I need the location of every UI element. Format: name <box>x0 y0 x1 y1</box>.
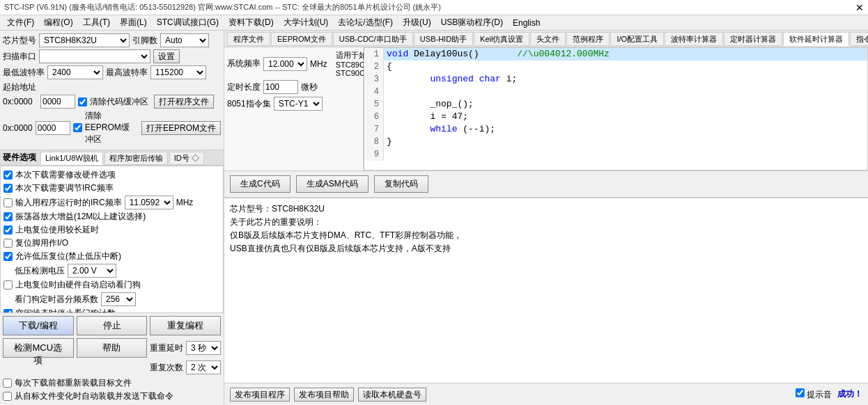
line-content-6: i = 47; <box>384 111 468 123</box>
reprogram-button[interactable]: 重复编程 <box>150 316 221 335</box>
code-line-3: 3 unsigned char i; <box>364 73 867 86</box>
reset-delay-row: 重重延时 3 秒 <box>150 341 221 355</box>
options-scroll[interactable]: 本次下载需要修改硬件选项 本次下载需要调节IRC频率 输入用程序运行时的IRC频… <box>0 166 224 312</box>
menu-usb-driver[interactable]: USB驱动程序(D) <box>437 16 507 29</box>
checkbox-adjust-irc[interactable] <box>3 184 13 193</box>
irc-freq-select[interactable]: 11.0592 <box>125 196 173 209</box>
settings-button[interactable]: 设置 <box>153 49 180 63</box>
voltage-detect-select[interactable]: 2.00 V <box>68 264 116 278</box>
scan-row: 扫描串口 设置 <box>3 49 221 63</box>
max-baud-select[interactable]: 115200 <box>150 65 206 79</box>
stop-button[interactable]: 停止 <box>77 316 148 335</box>
help-button[interactable]: 帮助 <box>77 338 148 358</box>
tab-keil[interactable]: Keil仿真设置 <box>474 32 529 46</box>
instr-row: 8051指令集 STC-Y1 <box>227 97 360 111</box>
tab-delay-calc[interactable]: 软件延时计算器 <box>783 32 849 46</box>
line-num-7: 7 <box>364 123 384 136</box>
min-baud-select[interactable]: 2400 <box>47 65 103 79</box>
hw-tab-id[interactable]: ID号 ◇ <box>169 152 204 165</box>
right-tabs: 程序文件 EEPROM文件 USB-CDC/串口助手 USB-HID助手 Kei… <box>224 31 868 47</box>
reload-checkbox[interactable] <box>3 379 12 388</box>
menu-file[interactable]: 文件(F) <box>3 16 38 29</box>
tab-usb-hid[interactable]: USB-HID助手 <box>414 32 473 46</box>
reset-times-select[interactable]: 2 次 <box>186 360 221 374</box>
title-bar: STC-ISP (V6.91N) (服务电话/销售电话: 0513-550129… <box>0 0 868 15</box>
menu-download[interactable]: 资料下载(D) <box>224 16 278 29</box>
line-content-1: void Delay100us() //\u004012.000MHz <box>384 48 610 61</box>
hw-tabs: 硬件选项 Link1/U8W脱机 程序加密后传输 ID号 ◇ <box>0 150 224 166</box>
checkbox-modify-hw[interactable] <box>3 170 13 180</box>
menu-upgrade[interactable]: 升级(U) <box>398 16 435 29</box>
timer-unit: 微秒 <box>301 81 318 93</box>
chip-select[interactable]: STC8H8K32U <box>39 33 130 47</box>
tab-eeprom[interactable]: EEPROM文件 <box>271 32 332 46</box>
tab-baud-calc[interactable]: 波特率计算器 <box>665 32 723 46</box>
checkbox-watchdog[interactable] <box>3 280 13 289</box>
options-list: 本次下载需要修改硬件选项 本次下载需要调节IRC频率 输入用程序运行时的IRC频… <box>0 166 224 312</box>
clear-code-checkbox[interactable] <box>78 97 87 106</box>
open-eeprom-button[interactable]: 打开EEPROM文件 <box>141 121 221 135</box>
bottom-bar: 发布项目程序 发布项目帮助 读取本机硬盘号 提示音 成功！ <box>224 383 868 405</box>
menu-tools[interactable]: 工具(T) <box>79 16 114 29</box>
tab-examples[interactable]: 范例程序 <box>566 32 610 46</box>
generate-asm-button[interactable]: 生成ASM代码 <box>296 175 369 193</box>
menu-english[interactable]: English <box>509 17 544 29</box>
line-num-2: 2 <box>364 61 384 73</box>
menu-interface[interactable]: 界面(L) <box>116 16 151 29</box>
clear-eeprom-row: 清除EEPROM缓冲区 <box>73 110 136 145</box>
download-button[interactable]: 下载/编程 <box>3 316 74 335</box>
freq-select[interactable]: 12.000 <box>263 57 307 71</box>
clear-eeprom-checkbox[interactable] <box>73 123 82 132</box>
publish-help-button[interactable]: 发布项目帮助 <box>294 388 354 402</box>
tab-instruction[interactable]: 指令表 ≪ <box>850 32 868 46</box>
reset-delay-select[interactable]: 3 秒 <box>186 341 221 355</box>
main-container: 芯片型号 STC8H8K32U 引脚数 Auto 扫描串口 设置 最低波特率 <box>0 31 868 405</box>
addr1-input[interactable] <box>40 95 75 109</box>
auto-download-row: 从自标文件变化时自动装载并发送下载命令 <box>3 390 221 402</box>
left-top: 芯片型号 STC8H8K32U 引脚数 Auto 扫描串口 设置 最低波特率 <box>0 31 224 150</box>
menu-forum[interactable]: 去论坛/选型(F) <box>334 16 397 29</box>
code-line-5: 5 _nop_(); <box>364 98 867 111</box>
copy-code-button[interactable]: 复制代码 <box>374 175 428 193</box>
open-program-button[interactable]: 打开程序文件 <box>154 95 214 109</box>
instr-select[interactable]: STC-Y1 <box>274 97 323 111</box>
publish-program-button[interactable]: 发布项目程序 <box>230 388 290 402</box>
label-watchdog: 上电复位时由硬件自动启动看门狗 <box>15 279 141 291</box>
addr1-label: 0x:0000 <box>3 97 38 106</box>
checkbox-reset-io[interactable] <box>3 239 13 248</box>
tab-program[interactable]: 程序文件 <box>227 32 270 46</box>
tab-timer-calc[interactable]: 定时器计算器 <box>724 32 782 46</box>
info-line2: 仅B版及后续版本芯片支持DMA、RTC、TFT彩屏控制器功能， <box>230 229 862 242</box>
detect-button[interactable]: 检测MCU选项 <box>3 338 74 358</box>
scan-select[interactable] <box>39 49 150 63</box>
chip-row: 芯片型号 STC8H8K32U 引脚数 Auto <box>3 33 221 47</box>
option-low-voltage-reset: 允许低压复位(禁止低压中断) <box>3 251 220 262</box>
line-num-6: 6 <box>364 111 384 123</box>
label-adjust-irc: 本次下载需要调节IRC频率 <box>15 182 114 194</box>
label-voltage-detect: 低压检测电压 <box>15 265 65 277</box>
tab-usb-cdc[interactable]: USB-CDC/串口助手 <box>333 32 413 46</box>
read-disk-button[interactable]: 读取本机硬盘号 <box>358 388 426 402</box>
addr2-input[interactable] <box>36 121 70 135</box>
tip-sound-checkbox[interactable] <box>796 388 805 397</box>
generate-c-button[interactable]: 生成C代码 <box>230 175 290 193</box>
menu-university[interactable]: 大学计划(U) <box>279 16 333 29</box>
menu-debug[interactable]: STC调试接口(G) <box>153 16 223 29</box>
checkbox-power-reset[interactable] <box>3 225 13 235</box>
close-button[interactable]: ✕ <box>855 2 864 13</box>
checkbox-osc-gain[interactable] <box>3 212 13 221</box>
auto-download-checkbox[interactable] <box>3 392 12 401</box>
left-bottom: 下载/编程 停止 重复编程 检测MCU选项 帮助 重重延时 3 秒 重复次数 <box>0 312 224 405</box>
menu-program[interactable]: 编程(O) <box>40 16 77 29</box>
timer-input[interactable] <box>263 80 298 94</box>
line-content-8: } <box>384 136 392 148</box>
checkbox-low-voltage[interactable] <box>3 252 13 261</box>
hw-tab-encrypt[interactable]: 程序加密后传输 <box>104 152 168 165</box>
reset-delay-label: 重重延时 <box>150 342 183 354</box>
watchdog-divider-select[interactable]: 256 <box>101 292 136 306</box>
tab-header[interactable]: 头文件 <box>530 32 566 46</box>
hw-tab-link[interactable]: Link1/U8W脱机 <box>40 152 103 165</box>
checkbox-irc-freq[interactable] <box>3 198 13 207</box>
pin-select[interactable]: Auto <box>160 33 209 47</box>
tab-io-config[interactable]: I/O配置工具 <box>610 32 664 46</box>
